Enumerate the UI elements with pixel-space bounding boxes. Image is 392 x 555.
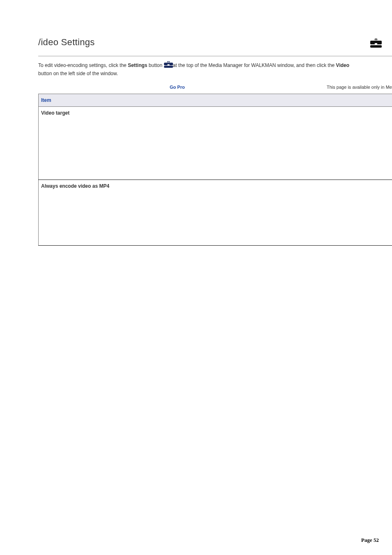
footer-page-number: 52 bbox=[374, 537, 379, 543]
row-label-video-target: Video target bbox=[39, 107, 392, 180]
settings-table: Item Video target Always encode video as… bbox=[38, 94, 392, 246]
gopro-row: Go Pro This page is available only in Me bbox=[38, 85, 392, 90]
header-row: /ideo Settings bbox=[38, 37, 392, 56]
svg-rect-9 bbox=[167, 64, 169, 66]
svg-rect-4 bbox=[375, 43, 377, 45]
toolbox-inline-icon bbox=[164, 61, 173, 70]
intro-bold-video: Video bbox=[336, 62, 349, 68]
row-label-always-encode: Always encode video as MP4 bbox=[39, 180, 392, 246]
footer-prefix: Page bbox=[361, 537, 374, 543]
intro-part1: To edit video-encoding settings, click t… bbox=[38, 62, 128, 68]
intro-part2: button bbox=[147, 62, 164, 68]
table-row: Always encode video as MP4 bbox=[39, 180, 392, 246]
gopro-link[interactable]: Go Pro bbox=[170, 85, 185, 90]
availability-text: This page is available only in Me bbox=[327, 85, 392, 90]
intro-paragraph: To edit video-encoding settings, click t… bbox=[38, 61, 359, 77]
table-row: Video target bbox=[39, 107, 392, 180]
page-title: /ideo Settings bbox=[38, 37, 95, 48]
page-footer: Page 52 bbox=[361, 537, 379, 543]
intro-part3: at the top of the Media Manager for WALK… bbox=[173, 62, 336, 68]
svg-rect-6 bbox=[168, 62, 169, 62]
svg-rect-1 bbox=[376, 39, 377, 40]
table-header-item: Item bbox=[39, 94, 392, 107]
svg-rect-8 bbox=[164, 66, 173, 68]
intro-part4: button on the left side of the window. bbox=[38, 71, 118, 76]
intro-bold-settings: Settings bbox=[128, 62, 147, 68]
toolbox-icon bbox=[370, 39, 382, 49]
svg-rect-3 bbox=[370, 45, 382, 48]
